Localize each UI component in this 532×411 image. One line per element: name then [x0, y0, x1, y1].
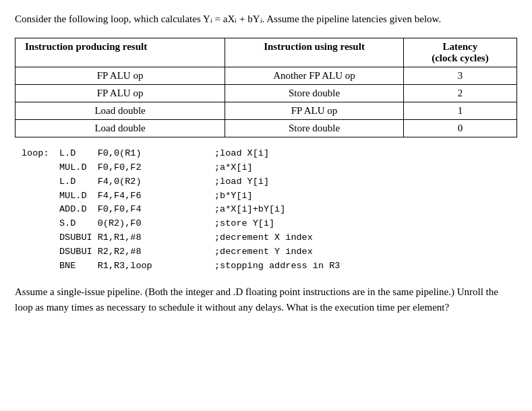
code-label	[22, 161, 59, 175]
code-comment: ;load Y[i]	[214, 175, 269, 189]
table-row: FP ALU opAnother FP ALU op3	[16, 67, 517, 84]
code-instr: MUL.D F4,F4,F6	[59, 189, 214, 203]
code-comment: ;a*X[i]+bY[i]	[214, 203, 285, 217]
code-instr: L.D F0,0(R1)	[59, 147, 214, 161]
table-cell: Load double	[16, 102, 225, 119]
code-label	[22, 203, 59, 217]
code-label	[22, 189, 59, 203]
code-block: loop:L.D F0,0(R1) ;load X[i]MUL.D F0,F0,…	[15, 147, 517, 274]
code-label	[22, 245, 59, 259]
intro-text: Consider the following loop, which calcu…	[15, 12, 517, 27]
table-cell: 3	[403, 67, 516, 84]
code-comment: ;load X[i]	[214, 147, 269, 161]
col-header-latency: Latency (clock cycles)	[403, 38, 516, 67]
code-instr: MUL.D F0,F0,F2	[59, 161, 214, 175]
code-label: loop:	[22, 147, 59, 161]
code-instr: ADD.D F0,F0,F4	[59, 203, 214, 217]
code-line: MUL.D F4,F4,F6 ;b*Y[i]	[22, 189, 517, 203]
code-instr: BNE R1,R3,loop	[59, 259, 214, 274]
table-cell: 2	[403, 84, 516, 102]
code-label	[22, 259, 59, 274]
table-cell: FP ALU op	[16, 84, 225, 102]
code-line: DSUBUI R2,R2,#8 ;decrement Y index	[22, 245, 517, 259]
code-label	[22, 231, 59, 245]
table-cell: Load double	[16, 119, 225, 137]
code-line: L.D F4,0(R2) ;load Y[i]	[22, 175, 517, 189]
code-comment: ;a*X[i]	[214, 161, 253, 175]
code-comment: ;decrement Y index	[214, 245, 313, 259]
code-line: DSUBUI R1,R1,#8 ;decrement X index	[22, 231, 517, 245]
table-cell: Store double	[225, 119, 404, 137]
code-line: S.D 0(R2),F0 ;store Y[i]	[22, 217, 517, 231]
code-instr: S.D 0(R2),F0	[59, 217, 214, 231]
table-cell: Another FP ALU op	[225, 67, 404, 84]
code-comment: ;b*Y[i]	[214, 189, 253, 203]
code-instr: DSUBUI R2,R2,#8	[59, 245, 214, 259]
col-header-using: Instruction using result	[225, 38, 404, 67]
code-line: ADD.D F0,F0,F4 ;a*X[i]+bY[i]	[22, 203, 517, 217]
code-comment: ;store Y[i]	[214, 217, 274, 231]
table-row: FP ALU opStore double2	[16, 84, 517, 102]
table-row: Load doubleFP ALU op1	[16, 102, 517, 119]
code-label	[22, 217, 59, 231]
code-instr: DSUBUI R1,R1,#8	[59, 231, 214, 245]
code-line: BNE R1,R3,loop ;stopping address in R3	[22, 259, 517, 274]
code-comment: ;decrement X index	[214, 231, 313, 245]
table-cell: FP ALU op	[16, 67, 225, 84]
table-cell: 1	[403, 102, 516, 119]
code-line: MUL.D F0,F0,F2 ;a*X[i]	[22, 161, 517, 175]
code-instr: L.D F4,0(R2)	[59, 175, 214, 189]
table-cell: 0	[403, 119, 516, 137]
col-header-producing: Instruction producing result	[16, 38, 225, 67]
latency-table: Instruction producing result Instruction…	[15, 38, 517, 137]
table-row: Load doubleStore double0	[16, 119, 517, 137]
outro-text: Assume a single-issue pipeline. (Both th…	[15, 284, 517, 315]
table-cell: FP ALU op	[225, 102, 404, 119]
code-comment: ;stopping address in R3	[214, 259, 340, 274]
code-line: loop:L.D F0,0(R1) ;load X[i]	[22, 147, 517, 161]
code-label	[22, 175, 59, 189]
table-cell: Store double	[225, 84, 404, 102]
